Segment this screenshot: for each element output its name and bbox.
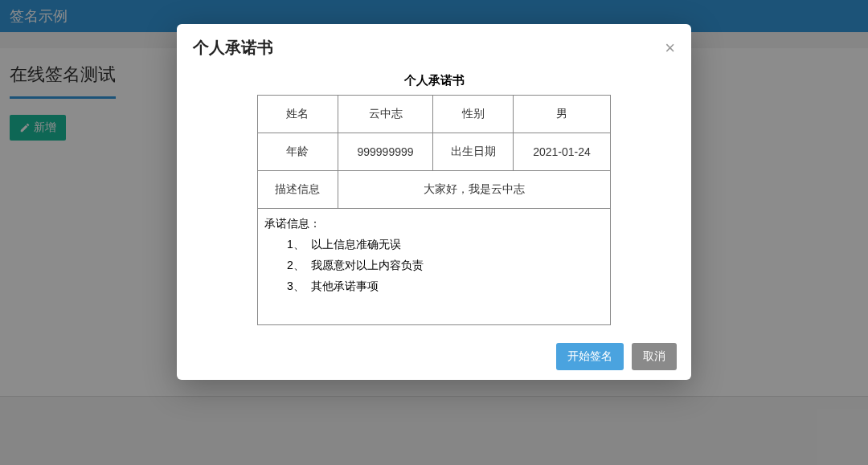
cancel-button[interactable]: 取消 <box>632 343 677 370</box>
list-item: 我愿意对以上内容负责 <box>287 259 604 273</box>
desc-value: 大家好，我是云中志 <box>338 171 610 209</box>
gender-value: 男 <box>514 96 611 133</box>
desc-label: 描述信息 <box>258 171 338 209</box>
commitment-list: 以上信息准确无误 我愿意对以上内容负责 其他承诺事项 <box>264 238 604 294</box>
list-item: 以上信息准确无误 <box>287 238 604 252</box>
close-icon[interactable]: × <box>665 39 675 57</box>
list-item: 其他承诺事项 <box>287 279 604 294</box>
dob-label: 出生日期 <box>433 133 514 171</box>
modal-body[interactable]: 个人承诺书 姓名 云中志 性别 男 年龄 999999999 出生日期 2021… <box>177 68 691 333</box>
commitment-title: 承诺信息： <box>264 217 604 231</box>
name-value: 云中志 <box>338 96 433 133</box>
name-label: 姓名 <box>258 96 338 133</box>
table-row: 年龄 999999999 出生日期 2021-01-24 <box>258 133 611 171</box>
age-value: 999999999 <box>338 133 433 171</box>
modal-title: 个人承诺书 <box>193 37 273 59</box>
modal-header: 个人承诺书 × <box>177 24 691 68</box>
gender-label: 性别 <box>433 96 514 133</box>
modal-backdrop[interactable]: 个人承诺书 × 个人承诺书 姓名 云中志 性别 男 年龄 999999999 出… <box>0 0 868 465</box>
info-table: 姓名 云中志 性别 男 年龄 999999999 出生日期 2021-01-24… <box>257 95 611 209</box>
commitment-box: 承诺信息： 以上信息准确无误 我愿意对以上内容负责 其他承诺事项 <box>257 209 611 325</box>
table-row: 姓名 云中志 性别 男 <box>258 96 611 133</box>
table-row: 描述信息 大家好，我是云中志 <box>258 171 611 209</box>
document: 个人承诺书 姓名 云中志 性别 男 年龄 999999999 出生日期 2021… <box>257 73 611 325</box>
modal-footer: 开始签名 取消 <box>177 333 691 380</box>
modal-dialog: 个人承诺书 × 个人承诺书 姓名 云中志 性别 男 年龄 999999999 出… <box>177 24 691 380</box>
dob-value: 2021-01-24 <box>514 133 611 171</box>
start-sign-button[interactable]: 开始签名 <box>556 343 624 370</box>
document-heading: 个人承诺书 <box>257 73 611 88</box>
age-label: 年龄 <box>258 133 338 171</box>
